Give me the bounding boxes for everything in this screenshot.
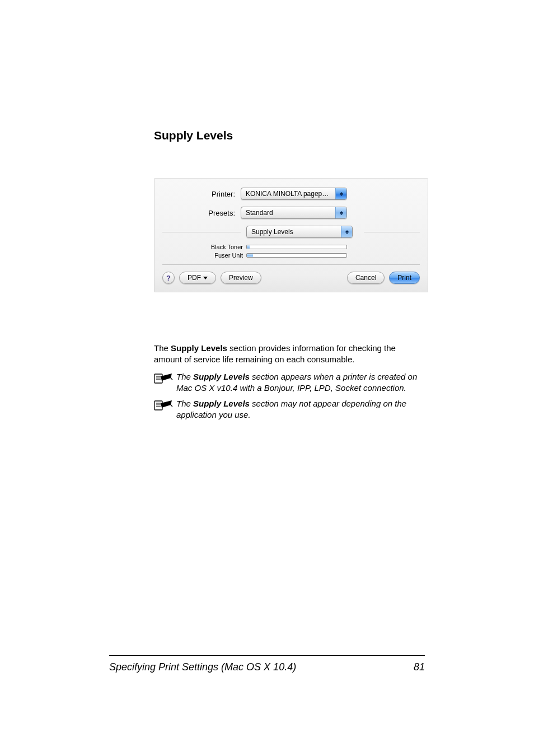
text: The bbox=[176, 399, 193, 408]
page-footer: Specifying Print Settings (Mac OS X 10.4… bbox=[109, 655, 425, 673]
presets-label: Presets: bbox=[162, 209, 241, 217]
printer-row: Printer: KONICA MINOLTA pagepro 56... bbox=[162, 188, 420, 200]
note-text: The Supply Levels section may not appear… bbox=[176, 398, 425, 421]
text: The bbox=[154, 343, 171, 353]
pdf-menu-button[interactable]: PDF bbox=[179, 272, 216, 284]
section-divider: Supply Levels bbox=[162, 226, 420, 238]
divider-left bbox=[162, 232, 241, 232]
supply-levels-area: Black Toner Fuser Unit bbox=[162, 244, 420, 259]
pdf-button-label: PDF bbox=[188, 274, 201, 282]
text: The bbox=[176, 372, 193, 381]
supply-row-black-toner: Black Toner bbox=[162, 244, 420, 250]
dialog-footer: ? PDF Preview Cancel Print bbox=[162, 272, 420, 284]
divider-right bbox=[364, 232, 420, 232]
triangle-down-icon bbox=[203, 277, 208, 279]
chevrons-icon bbox=[335, 207, 346, 218]
body-paragraph: The Supply Levels section provides infor… bbox=[154, 343, 425, 366]
supply-bar bbox=[246, 245, 347, 249]
text-bold: Supply Levels bbox=[193, 372, 250, 381]
footer-divider bbox=[162, 264, 420, 265]
text-bold: Supply Levels bbox=[193, 399, 250, 408]
note-1: The Supply Levels section appears when a… bbox=[154, 371, 425, 394]
panel-select-value: Supply Levels bbox=[247, 226, 341, 237]
svg-rect-4 bbox=[154, 401, 162, 410]
print-dialog: Printer: KONICA MINOLTA pagepro 56... Pr… bbox=[154, 178, 428, 292]
page-number: 81 bbox=[414, 661, 425, 673]
section-heading: Supply Levels bbox=[154, 129, 425, 142]
presets-select[interactable]: Standard bbox=[241, 207, 347, 219]
footer-rule bbox=[109, 655, 425, 656]
print-button[interactable]: Print bbox=[389, 272, 420, 284]
help-button[interactable]: ? bbox=[162, 272, 175, 284]
panel-select[interactable]: Supply Levels bbox=[246, 226, 353, 238]
chevrons-icon bbox=[341, 226, 352, 237]
svg-rect-0 bbox=[154, 374, 162, 383]
preview-button[interactable]: Preview bbox=[221, 272, 261, 284]
note-icon bbox=[154, 372, 173, 385]
supply-bar bbox=[246, 253, 347, 258]
supply-label: Fuser Unit bbox=[162, 252, 246, 259]
printer-select-value: KONICA MINOLTA pagepro 56... bbox=[241, 188, 335, 199]
supply-bar-fill bbox=[247, 254, 253, 257]
supply-label: Black Toner bbox=[162, 244, 246, 250]
cancel-button[interactable]: Cancel bbox=[347, 272, 385, 284]
presets-row: Presets: Standard bbox=[162, 207, 420, 219]
note-icon bbox=[154, 399, 173, 412]
footer-title: Specifying Print Settings (Mac OS X 10.4… bbox=[109, 661, 296, 673]
note-2: The Supply Levels section may not appear… bbox=[154, 398, 425, 421]
supply-bar-fill bbox=[247, 245, 250, 249]
supply-row-fuser-unit: Fuser Unit bbox=[162, 252, 420, 259]
text-bold: Supply Levels bbox=[171, 343, 227, 353]
presets-select-value: Standard bbox=[241, 207, 335, 218]
note-text: The Supply Levels section appears when a… bbox=[176, 371, 425, 394]
printer-select[interactable]: KONICA MINOLTA pagepro 56... bbox=[241, 188, 347, 200]
printer-label: Printer: bbox=[162, 190, 241, 198]
chevrons-icon bbox=[335, 188, 346, 199]
